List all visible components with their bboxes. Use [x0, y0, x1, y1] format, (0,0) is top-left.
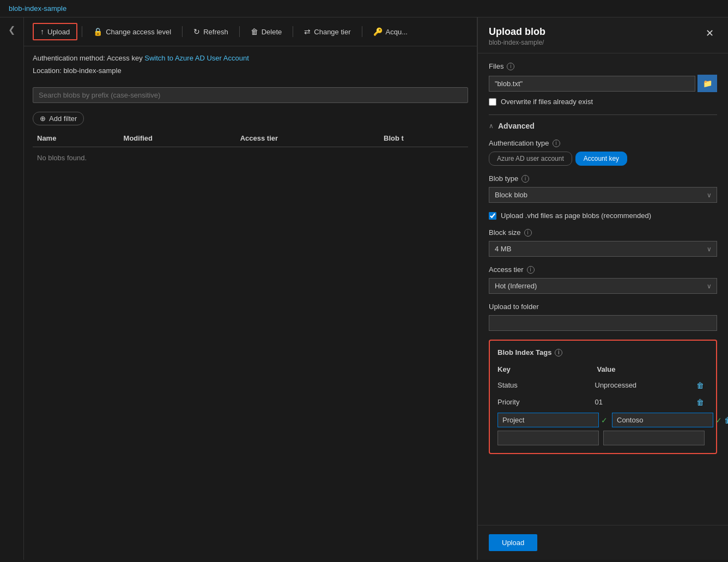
bit-empty-value-input[interactable] — [603, 431, 705, 445]
bit-empty-key-input[interactable] — [498, 431, 599, 445]
bit-key-check-icon: ✓ — [601, 416, 608, 425]
upload-folder-label: Upload to folder — [489, 303, 717, 311]
block-size-info-icon[interactable]: i — [524, 229, 532, 237]
bit-key-priority: Priority — [498, 396, 591, 408]
bit-value-project-input[interactable] — [612, 413, 713, 427]
bit-delete-project-button[interactable]: 🗑 — [724, 416, 728, 425]
table-container: Name Modified Access tier Blob t No blob… — [24, 130, 477, 560]
access-tier-select[interactable]: Hot (Inferred) Cool Archive — [489, 278, 717, 294]
bit-info-icon[interactable]: i — [555, 349, 562, 356]
upload-label: Upload — [47, 28, 70, 36]
blob-type-label: Blob type i — [489, 174, 717, 183]
auth-account-key-button[interactable]: Account key — [575, 152, 627, 166]
refresh-button[interactable]: ↻ Refresh — [187, 24, 235, 39]
upload-icon: ↑ — [40, 27, 44, 36]
access-tier-info-icon[interactable]: i — [527, 266, 535, 274]
info-bar: Authentication method: Access key Switch… — [24, 46, 477, 83]
auth-method-value: Access key — [107, 54, 143, 62]
file-browse-button[interactable]: 📁 — [697, 75, 717, 92]
overwrite-checkbox[interactable] — [489, 98, 496, 106]
refresh-label: Refresh — [203, 28, 228, 36]
bit-value-status: Unprocessed — [591, 379, 693, 391]
sidebar: ❮ — [0, 17, 24, 560]
toolbar: ↑ Upload 🔒 Change access level ↻ Refresh… — [24, 17, 477, 46]
upload-folder-group: Upload to folder — [489, 303, 717, 331]
acquire-label: Acqu... — [386, 28, 408, 36]
bit-value-priority: 01 — [591, 396, 693, 408]
advanced-title: Advanced — [498, 122, 535, 130]
left-panel: ↑ Upload 🔒 Change access level ↻ Refresh… — [24, 17, 477, 560]
bit-title: Blob Index Tags — [498, 348, 551, 356]
bit-row-priority: Priority 01 🗑 — [498, 396, 708, 408]
access-tier-select-wrapper: Hot (Inferred) Cool Archive — [489, 278, 717, 294]
change-access-label: Change access level — [106, 28, 171, 36]
change-access-button[interactable]: 🔒 Change access level — [87, 24, 178, 39]
bit-action-header — [692, 365, 708, 373]
col-modified: Modified — [119, 130, 236, 147]
add-filter-button[interactable]: ⊕ Add filter — [33, 112, 84, 125]
change-tier-icon: ⇄ — [304, 27, 311, 36]
auth-method-label: Authentication method: — [33, 54, 105, 62]
bit-value-header: Value — [593, 365, 693, 373]
separator-5 — [362, 26, 362, 37]
col-access-tier: Access tier — [236, 130, 379, 147]
delete-icon: 🗑 — [251, 27, 258, 36]
auth-switch-link[interactable]: Switch to Azure AD User Account — [144, 54, 248, 62]
acquire-button[interactable]: 🔑 Acqu... — [367, 24, 414, 39]
filter-icon: ⊕ — [40, 114, 46, 123]
upload-vhd-row: Upload .vhd files as page blobs (recomme… — [489, 211, 717, 220]
panel-footer: Upload — [478, 525, 728, 560]
upload-submit-button[interactable]: Upload — [489, 534, 537, 551]
auth-type-label: Authentication type i — [489, 139, 717, 147]
access-tier-label: Access tier i — [489, 265, 717, 274]
col-blob-type: Blob t — [379, 130, 468, 147]
bit-key-project-input[interactable] — [498, 413, 599, 427]
blobs-table: Name Modified Access tier Blob t No blob… — [33, 130, 468, 168]
auth-azure-ad-button[interactable]: Azure AD user account — [489, 152, 572, 166]
sidebar-toggle-button[interactable]: ❮ — [4, 22, 20, 37]
advanced-chevron-icon: ∧ — [489, 122, 494, 130]
auth-type-group: Authentication type i Azure AD user acco… — [489, 139, 717, 166]
blob-type-info-icon[interactable]: i — [521, 175, 529, 183]
files-section-label: Files i — [489, 62, 717, 70]
block-size-select[interactable]: 4 MB 8 MB 16 MB 32 MB 64 MB 100 MB — [489, 241, 717, 257]
overwrite-label: Overwrite if files already exist — [501, 98, 593, 106]
block-size-label: Block size i — [489, 228, 717, 237]
advanced-section-header[interactable]: ∧ Advanced — [489, 122, 717, 130]
panel-header: Upload blob blob-index-sample/ ✕ — [478, 17, 728, 53]
bit-header: Blob Index Tags i — [498, 348, 708, 356]
upload-vhd-checkbox[interactable] — [489, 212, 496, 220]
auth-toggle: Azure AD user account Account key — [489, 152, 717, 166]
delete-button[interactable]: 🗑 Delete — [244, 24, 289, 39]
blob-index-tags-section: Blob Index Tags i Key Value Status Unpro… — [489, 340, 717, 454]
bit-table-header: Key Value — [498, 363, 708, 376]
auth-type-info-icon[interactable]: i — [553, 140, 560, 147]
breadcrumb-link[interactable]: blob-index-sample — [9, 4, 66, 13]
blob-type-select[interactable]: Block blob Page blob Append blob — [489, 187, 717, 203]
change-tier-button[interactable]: ⇄ Change tier — [298, 24, 357, 39]
bit-delete-priority-button[interactable]: 🗑 — [692, 398, 708, 407]
separator-1 — [82, 26, 82, 37]
search-input[interactable] — [33, 87, 468, 103]
file-input-row: 📁 — [489, 75, 717, 92]
bit-delete-status-button[interactable]: 🗑 — [692, 381, 708, 390]
lock-icon: 🔒 — [93, 27, 102, 36]
delete-label: Delete — [262, 28, 282, 36]
upload-folder-input[interactable] — [489, 315, 717, 331]
no-data-message: No blobs found. — [33, 147, 468, 168]
panel-close-button[interactable]: ✕ — [702, 26, 717, 40]
panel-title-block: Upload blob blob-index-sample/ — [489, 26, 545, 46]
block-size-select-wrapper: 4 MB 8 MB 16 MB 32 MB 64 MB 100 MB — [489, 241, 717, 257]
refresh-icon: ↻ — [193, 27, 200, 36]
files-info-icon[interactable]: i — [507, 63, 514, 70]
separator-4 — [293, 26, 293, 37]
file-input[interactable] — [489, 76, 695, 92]
location-value: blob-index-sample — [63, 67, 121, 75]
col-name: Name — [33, 130, 119, 147]
filter-bar: ⊕ Add filter — [24, 107, 477, 130]
blob-type-select-wrapper: Block blob Page blob Append blob — [489, 187, 717, 203]
upload-button[interactable]: ↑ Upload — [33, 23, 77, 40]
block-size-group: Block size i 4 MB 8 MB 16 MB 32 MB 64 MB… — [489, 228, 717, 257]
bit-key-status: Status — [498, 379, 591, 391]
overwrite-row: Overwrite if files already exist — [489, 98, 717, 106]
